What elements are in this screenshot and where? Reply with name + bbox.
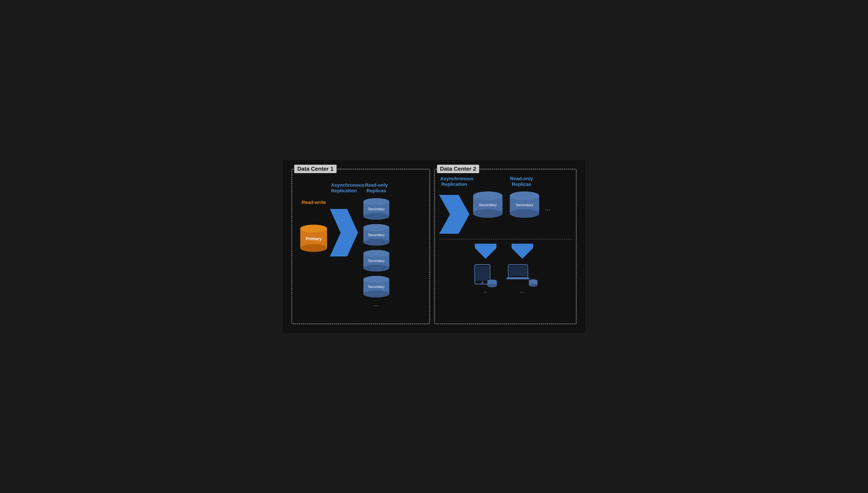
secondary-cyl-2-svg: Secondary — [361, 223, 391, 247]
readwrite-header: Read-write — [302, 200, 326, 205]
dc2-label: Data Center 2 — [437, 165, 479, 173]
svg-point-14 — [363, 224, 389, 231]
dc2-bottom-left-dots: ... — [483, 288, 488, 294]
svg-point-9 — [363, 198, 389, 205]
svg-point-2 — [300, 244, 327, 252]
svg-point-50 — [529, 284, 537, 287]
svg-marker-37 — [475, 244, 496, 259]
svg-text:Secondary: Secondary — [516, 203, 533, 207]
dc2-top-replicas-row: Secondary Secondary — [472, 191, 551, 219]
async-rep-header-dc1: AsynchronousReplication — [331, 183, 357, 194]
primary-cylinder-svg: Primary — [298, 222, 329, 255]
svg-rect-46 — [510, 266, 527, 276]
down-chevron-left-svg — [475, 244, 496, 259]
dc2-top-dots: ... — [545, 205, 551, 212]
svg-point-18 — [363, 265, 389, 272]
svg-point-30 — [473, 191, 502, 200]
dc2-top-section: AsynchronousReplication Read-onlyReplica… — [439, 176, 572, 239]
dc2-chevron-svg — [439, 195, 470, 234]
secondary-cyl-1-svg: Secondary — [361, 197, 391, 221]
svg-point-19 — [363, 250, 389, 257]
svg-point-29 — [473, 209, 502, 218]
data-center-1: Data Center 1 Read-write Primary — [291, 169, 430, 324]
dc2-bottom-right-dots: ... — [520, 288, 524, 294]
laptop-device — [506, 263, 539, 288]
dc1-inner: Read-write Primary — [296, 174, 425, 319]
dc2-secondary-2: Secondary — [508, 191, 541, 219]
secondary-db-3: Secondary — [361, 249, 391, 274]
svg-marker-26 — [439, 195, 470, 234]
readonly-header-dc2: Read-onlyReplicas — [472, 176, 572, 187]
dc2-bottom-right: ... — [506, 244, 539, 294]
svg-point-13 — [363, 239, 389, 245]
secondary-db-1: Secondary — [361, 197, 391, 222]
dc1-arrow-col: AsynchronousReplication — [331, 183, 357, 257]
dc2-secondary-1: Secondary — [472, 191, 504, 219]
svg-text:Primary: Primary — [306, 236, 322, 241]
laptop-svg — [506, 263, 539, 287]
dc2-sec1-svg: Secondary — [472, 191, 504, 219]
primary-db: Primary — [298, 222, 329, 256]
svg-rect-47 — [507, 278, 530, 279]
secondary-db-2: Secondary — [361, 223, 391, 248]
dc2-bottom-section: ... — [439, 241, 572, 294]
tablet-device — [472, 263, 500, 288]
svg-marker-44 — [512, 244, 533, 259]
dc2-chevron — [439, 195, 470, 235]
diagram-wrapper: Data Center 1 Read-write Primary — [283, 160, 585, 333]
dc2-arrow-col: AsynchronousReplication — [439, 176, 470, 235]
svg-point-40 — [481, 282, 483, 283]
dc1-dots: ... — [374, 301, 379, 307]
secondary-db-4: Secondary — [361, 275, 391, 300]
svg-point-43 — [487, 284, 497, 287]
svg-rect-39 — [476, 266, 489, 281]
dc2-sec2-svg: Secondary — [508, 191, 541, 219]
svg-point-23 — [363, 291, 389, 297]
svg-point-35 — [510, 191, 539, 200]
svg-text:Secondary: Secondary — [368, 285, 385, 288]
dc2-down-chevron-left — [475, 244, 496, 260]
data-center-2: Data Center 2 AsynchronousReplication — [434, 169, 577, 324]
dc2-down-chevron-right — [512, 244, 533, 260]
svg-point-34 — [510, 209, 539, 218]
svg-text:Secondary: Secondary — [368, 207, 385, 211]
dc1-label: Data Center 1 — [294, 165, 336, 173]
async-rep-header-dc2: AsynchronousReplication — [440, 176, 468, 187]
svg-text:Secondary: Secondary — [368, 233, 385, 237]
svg-marker-5 — [330, 209, 358, 256]
readonly-header-dc1: Read-onlyReplicas — [359, 183, 394, 194]
secondary-cyl-3-svg: Secondary — [361, 249, 391, 273]
dc1-chevron-svg — [330, 209, 358, 256]
svg-text:Secondary: Secondary — [479, 203, 497, 207]
svg-point-8 — [363, 213, 389, 220]
dc1-replicas-col: Read-onlyReplicas Secondary — [357, 183, 396, 307]
dc2-bottom-left: ... — [472, 244, 500, 294]
down-chevron-right-svg — [512, 244, 533, 259]
dc1-chevron — [330, 209, 358, 257]
secondary-cyl-4-svg: Secondary — [361, 275, 391, 299]
dc1-primary-col: Read-write Primary — [296, 183, 331, 256]
svg-point-3 — [300, 225, 327, 233]
tablet-svg — [472, 263, 500, 287]
dc2-replicas-top: Read-onlyReplicas Secondary — [472, 176, 572, 219]
svg-text:Secondary: Secondary — [368, 259, 385, 263]
svg-point-24 — [363, 276, 389, 283]
